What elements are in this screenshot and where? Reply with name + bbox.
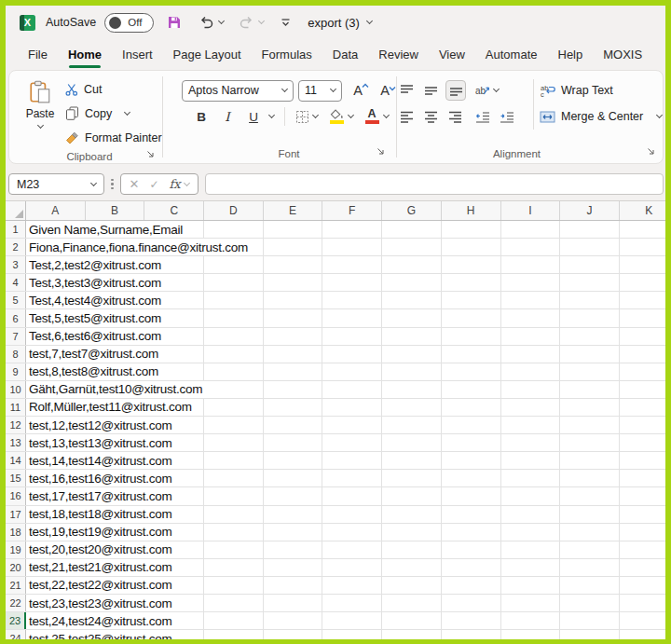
cell[interactable] (204, 559, 264, 576)
cell[interactable] (382, 221, 442, 238)
enter-button[interactable]: ✓ (149, 178, 158, 191)
cell[interactable] (382, 506, 442, 523)
bold-button[interactable]: B (191, 110, 212, 124)
cell[interactable] (501, 434, 561, 451)
cell[interactable] (620, 487, 665, 504)
row-header-17[interactable]: 17 (6, 506, 26, 523)
cell[interactable] (501, 381, 561, 398)
cell[interactable] (322, 417, 382, 433)
cell[interactable] (560, 239, 620, 255)
cell[interactable] (442, 612, 501, 629)
cell-text[interactable]: test,13,test13@xitrust.com (26, 434, 175, 451)
cell[interactable] (204, 612, 264, 629)
cell[interactable] (322, 577, 382, 594)
name-box[interactable]: M23 (8, 173, 104, 195)
cell[interactable] (620, 595, 665, 611)
cell[interactable] (322, 292, 382, 308)
cell[interactable] (620, 381, 665, 398)
cell[interactable] (620, 417, 665, 433)
cell[interactable] (204, 256, 264, 273)
cell[interactable] (204, 630, 264, 639)
cell[interactable] (560, 346, 620, 363)
cell[interactable] (264, 577, 323, 594)
cell[interactable] (322, 487, 382, 504)
cell[interactable] (382, 292, 442, 308)
cell[interactable] (560, 595, 620, 611)
cell-text[interactable]: test,23,test23@xitrust.com (26, 595, 175, 611)
cell[interactable] (442, 363, 501, 380)
select-all-button[interactable] (6, 201, 26, 220)
cell-text[interactable]: test,22,test22@xitrust.com (26, 577, 175, 594)
cell-text[interactable]: test,20,test20@xitrust.com (26, 541, 175, 558)
tab-data[interactable]: Data (333, 39, 358, 70)
cell[interactable] (620, 399, 665, 416)
cell[interactable] (382, 399, 442, 416)
tab-view[interactable]: View (439, 39, 465, 70)
copy-button[interactable]: Copy (65, 103, 162, 123)
increase-font-button[interactable]: A (347, 83, 369, 98)
cell[interactable] (501, 417, 561, 433)
column-header-a[interactable]: A (26, 201, 86, 220)
cell[interactable] (322, 452, 382, 469)
cell[interactable] (264, 363, 323, 380)
cell-text[interactable]: Test,5,test5@xitrust.com (26, 309, 164, 326)
cell[interactable] (322, 381, 382, 398)
cell[interactable] (322, 328, 382, 345)
cell[interactable] (560, 524, 620, 541)
cell[interactable] (501, 577, 561, 594)
row-header-13[interactable]: 13 (6, 434, 26, 451)
cell[interactable] (204, 381, 264, 398)
cell[interactable] (620, 221, 665, 238)
italic-button[interactable]: I (217, 109, 238, 124)
cell[interactable] (620, 577, 665, 594)
autosave-toggle[interactable]: Off (104, 13, 154, 33)
cell[interactable] (382, 559, 442, 576)
cell[interactable] (442, 595, 501, 611)
cell[interactable] (204, 524, 264, 541)
cell[interactable] (620, 309, 665, 326)
cell[interactable] (501, 346, 561, 363)
cell[interactable] (560, 434, 620, 451)
cell[interactable] (204, 452, 264, 469)
cell-text[interactable]: test,24,test24@xitrust.com (26, 612, 175, 629)
column-header-h[interactable]: H (442, 201, 501, 220)
cell[interactable] (264, 559, 323, 576)
cell[interactable] (204, 487, 264, 504)
row-header-19[interactable]: 19 (6, 541, 26, 558)
cell[interactable] (322, 612, 382, 629)
cell[interactable] (560, 274, 620, 291)
cell[interactable] (442, 381, 501, 398)
cell[interactable] (560, 612, 620, 629)
cell-text[interactable]: test,8,test8@xitrust.com (26, 363, 161, 380)
save-button[interactable] (167, 15, 182, 30)
cell[interactable] (560, 328, 620, 345)
document-title[interactable]: export (3) (308, 16, 372, 30)
cell[interactable] (322, 506, 382, 523)
cell-text[interactable]: test,21,test21@xitrust.com (26, 559, 175, 576)
cell[interactable] (501, 452, 561, 469)
cell[interactable] (322, 274, 382, 291)
borders-button[interactable] (295, 110, 318, 124)
align-bottom-button[interactable] (445, 80, 466, 101)
cell[interactable] (382, 363, 442, 380)
cell[interactable] (442, 487, 501, 504)
cancel-button[interactable]: ✕ (130, 177, 140, 191)
row-header-11[interactable]: 11 (6, 399, 26, 416)
font-size-select[interactable]: 11 (298, 80, 342, 102)
cell[interactable] (620, 256, 665, 273)
cell[interactable] (382, 630, 442, 639)
cell[interactable] (382, 239, 442, 255)
cell[interactable] (322, 524, 382, 541)
row-header-23[interactable]: 23 (6, 612, 26, 629)
tab-review[interactable]: Review (378, 39, 418, 70)
column-header-e[interactable]: E (264, 201, 323, 220)
cell-text[interactable]: test,7,test7@xitrust.com (26, 346, 161, 363)
cell[interactable] (501, 612, 561, 629)
cell[interactable] (264, 292, 323, 308)
cell[interactable] (204, 595, 264, 611)
cell[interactable] (264, 381, 323, 398)
row-header-7[interactable]: 7 (6, 328, 26, 345)
row-header-22[interactable]: 22 (6, 595, 26, 611)
cell-text[interactable]: test,25,test25@xitrust.com (26, 630, 175, 639)
row-header-14[interactable]: 14 (6, 452, 26, 469)
